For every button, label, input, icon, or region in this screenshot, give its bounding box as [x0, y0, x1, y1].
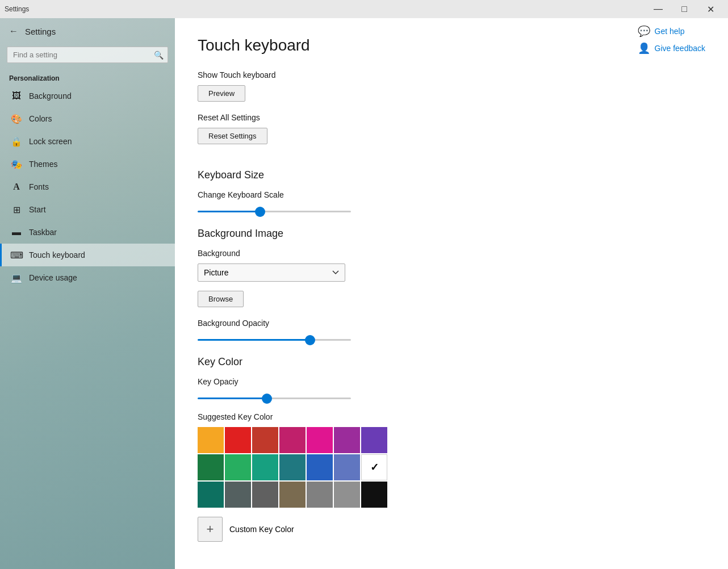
sidebar-item-device-usage[interactable]: 💻 Device usage: [0, 266, 175, 289]
color-swatch-0-6[interactable]: [361, 427, 387, 453]
help-section: 💬 Get help 👤 Give feedback: [638, 25, 706, 55]
get-help-link[interactable]: 💬 Get help: [638, 25, 706, 37]
device-usage-icon: 💻: [11, 272, 22, 283]
color-swatch-2-1[interactable]: [225, 482, 251, 508]
start-icon: ⊞: [11, 204, 22, 215]
key-color-heading: Key Color: [198, 356, 705, 368]
sidebar-item-label-lock-screen: Lock screen: [29, 137, 72, 146]
give-feedback-link[interactable]: 👤 Give feedback: [638, 42, 706, 55]
reset-settings-button[interactable]: Reset Settings: [198, 128, 267, 144]
app-body: ← Settings 🔍 Personalization 🖼 Backgroun…: [0, 18, 728, 569]
get-help-icon: 💬: [638, 25, 650, 37]
key-opacity-label: Key Opaciy: [198, 377, 705, 386]
color-swatch-0-2[interactable]: [252, 427, 278, 453]
sidebar-item-fonts[interactable]: A Fonts: [0, 175, 175, 198]
custom-key-color-button[interactable]: +: [198, 517, 223, 542]
color-swatch-1-4[interactable]: [307, 454, 333, 480]
color-swatch-2-2[interactable]: [252, 482, 278, 508]
settings-title: Settings: [5, 5, 29, 13]
color-swatch-1-6[interactable]: ✓: [361, 454, 387, 480]
sidebar-item-label-device-usage: Device usage: [29, 273, 77, 282]
page-title: Touch keyboard: [198, 36, 705, 55]
title-bar-left: Settings: [5, 5, 29, 13]
sidebar-item-label-fonts: Fonts: [29, 182, 49, 191]
sidebar-item-label-background: Background: [29, 91, 72, 101]
color-swatch-2-0[interactable]: [198, 482, 224, 508]
lock-screen-icon: 🔒: [11, 136, 22, 147]
sidebar-item-label-taskbar: Taskbar: [29, 228, 57, 237]
color-swatch-1-3[interactable]: [279, 454, 306, 480]
color-swatch-1-5[interactable]: [334, 454, 360, 480]
color-swatch-0-5[interactable]: [334, 427, 360, 453]
color-swatch-0-0[interactable]: [198, 427, 224, 453]
bg-opacity-slider-container: [198, 333, 705, 342]
background-icon: 🖼: [11, 90, 22, 102]
minimize-button[interactable]: —: [645, 0, 671, 18]
bg-opacity-slider[interactable]: [198, 339, 351, 341]
key-opacity-slider[interactable]: [198, 398, 351, 399]
sidebar-item-label-start: Start: [29, 205, 46, 214]
reset-section: Reset All Settings Reset Settings: [198, 113, 705, 156]
sidebar-item-colors[interactable]: 🎨 Colors: [0, 107, 175, 130]
sidebar-item-taskbar[interactable]: ▬ Taskbar: [0, 221, 175, 244]
color-swatch-1-1[interactable]: [225, 454, 251, 480]
give-feedback-icon: 👤: [638, 42, 650, 55]
sidebar-title: Settings: [25, 27, 56, 36]
show-keyboard-label: Show Touch keyboard: [198, 70, 705, 80]
title-bar-controls: — □ ✕: [645, 0, 723, 18]
color-swatch-2-5[interactable]: [334, 482, 360, 508]
keyboard-size-heading: Keyboard Size: [198, 169, 705, 181]
sidebar-item-lock-screen[interactable]: 🔒 Lock screen: [0, 130, 175, 153]
colors-icon: 🎨: [11, 113, 22, 124]
color-swatch-2-3[interactable]: [279, 482, 306, 508]
keyboard-scale-slider[interactable]: [198, 211, 351, 212]
sidebar-back-button[interactable]: ← Settings: [0, 18, 175, 44]
search-icon-button[interactable]: 🔍: [154, 51, 164, 60]
touch-keyboard-icon: ⌨: [11, 249, 22, 261]
background-dropdown[interactable]: Picture Solid Color None: [198, 263, 345, 282]
color-swatch-0-1[interactable]: [225, 427, 251, 453]
color-swatch-1-0[interactable]: [198, 454, 224, 480]
sidebar-item-background[interactable]: 🖼 Background: [0, 85, 175, 107]
suggested-key-color-label: Suggested Key Color: [198, 412, 705, 421]
maximize-button[interactable]: □: [671, 0, 697, 18]
background-dropdown-label: Background: [198, 249, 705, 258]
fonts-icon: A: [11, 181, 22, 193]
color-swatch-grid: ✓: [198, 427, 705, 508]
browse-button[interactable]: Browse: [198, 291, 244, 307]
keyboard-scale-slider-container: [198, 205, 705, 214]
color-swatch-0-3[interactable]: [279, 427, 306, 453]
sidebar-item-label-touch-keyboard: Touch keyboard: [29, 250, 85, 260]
sidebar-item-themes[interactable]: 🎭 Themes: [0, 153, 175, 175]
get-help-label: Get help: [655, 27, 685, 36]
close-button[interactable]: ✕: [697, 0, 723, 18]
back-arrow-icon: ←: [9, 26, 18, 36]
custom-key-color-row: + Custom Key Color: [198, 517, 705, 542]
bg-opacity-label: Background Opacity: [198, 319, 705, 328]
color-swatch-1-2[interactable]: [252, 454, 278, 480]
show-keyboard-section: Show Touch keyboard Preview: [198, 70, 705, 113]
change-scale-label: Change Keyboard Scale: [198, 190, 705, 199]
taskbar-icon: ▬: [11, 227, 22, 238]
search-input[interactable]: [7, 47, 168, 63]
sidebar-item-label-colors: Colors: [29, 114, 52, 123]
sidebar-section-label: Personalization: [0, 70, 175, 85]
custom-key-color-label: Custom Key Color: [229, 525, 294, 534]
sidebar-item-label-themes: Themes: [29, 160, 58, 169]
reset-label: Reset All Settings: [198, 113, 705, 122]
sidebar-item-touch-keyboard[interactable]: ⌨ Touch keyboard: [0, 244, 175, 266]
title-bar: Settings — □ ✕: [0, 0, 728, 18]
key-opacity-slider-container: [198, 392, 705, 401]
search-box: 🔍: [7, 47, 168, 63]
color-swatch-0-4[interactable]: [307, 427, 333, 453]
preview-button[interactable]: Preview: [198, 85, 245, 102]
color-swatch-2-6[interactable]: [361, 482, 387, 508]
themes-icon: 🎭: [11, 158, 22, 170]
color-swatch-2-4[interactable]: [307, 482, 333, 508]
sidebar: ← Settings 🔍 Personalization 🖼 Backgroun…: [0, 18, 175, 569]
background-image-heading: Background Image: [198, 228, 705, 240]
main-panel: 💬 Get help 👤 Give feedback Touch keyboar…: [175, 18, 728, 569]
give-feedback-label: Give feedback: [655, 44, 706, 53]
sidebar-item-start[interactable]: ⊞ Start: [0, 198, 175, 221]
